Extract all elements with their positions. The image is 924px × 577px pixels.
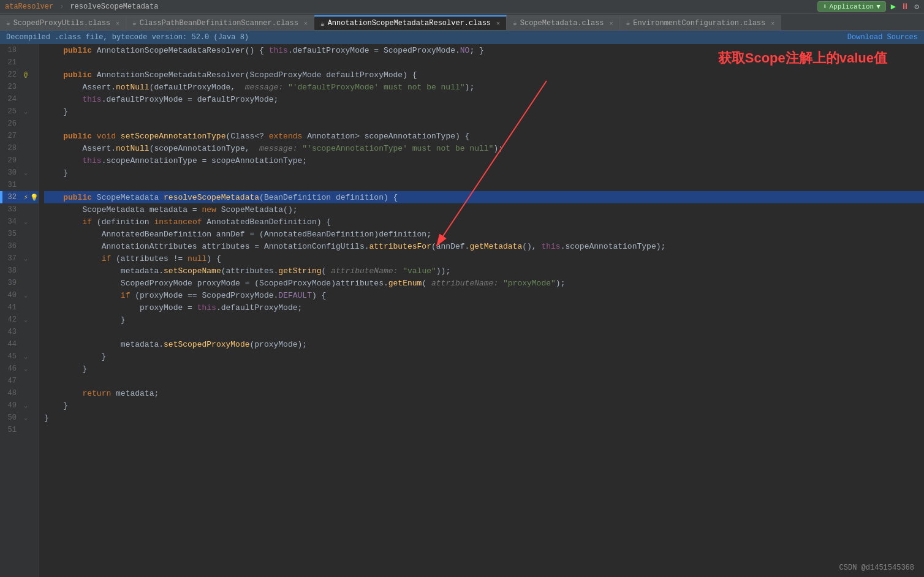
stop-button[interactable]: ⏸: [901, 2, 909, 12]
code-line-26: [44, 118, 924, 130]
code-line-37: if (attributes != null) {: [44, 252, 924, 265]
title-sep: ›: [59, 2, 64, 11]
decompile-info: Decompiled .class file, bytecode version…: [6, 33, 249, 42]
code-line-34: if (definition instanceof AnnotatedBeanD…: [44, 216, 924, 228]
code-line-40: if (proxyMode == ScopedProxyMode.DEFAULT…: [44, 289, 924, 301]
app-dropdown-arrow: ▼: [876, 3, 880, 10]
code-editor[interactable]: public AnnotationScopeMetadataResolver()…: [39, 44, 924, 577]
gutter-row-26: 26: [0, 118, 39, 130]
tab-close-3[interactable]: ✕: [496, 20, 500, 27]
tab-label-5: EnvironmentConfiguration.class: [633, 19, 765, 28]
gutter-row-22: 22 @: [0, 69, 39, 81]
tab-scope-metadata[interactable]: ☕ ScopeMetadata.class ✕: [507, 15, 619, 30]
gutter-row-31: 31: [0, 179, 39, 191]
tab-icon-5: ☕: [626, 19, 631, 27]
tab-label-4: ScopeMetadata.class: [520, 19, 604, 28]
tab-icon-3: ☕: [320, 20, 325, 28]
gutter-row-24: 24: [0, 93, 39, 105]
code-line-32: public ScopeMetadata resolveScopeMetadat…: [44, 191, 924, 203]
gutter-row-50: 50 ⌄: [0, 412, 39, 424]
app-dropdown-icon: ⬇: [823, 2, 827, 10]
editor: 18 21 22 @ 23 24 25 ⌄ 26 27: [0, 44, 924, 577]
download-sources-link[interactable]: Download Sources: [847, 33, 918, 42]
code-line-39: ScopedProxyMode proxyMode = (ScopedProxy…: [44, 277, 924, 289]
title-right: ⬇ Application ▼ ▶ ⏸ ⚙: [817, 1, 919, 12]
gutter-row-45: 45 ⌄: [0, 350, 39, 363]
tab-label-2: ClassPathBeanDefinitionScanner.class: [140, 19, 298, 28]
gutter-row-44: 44: [0, 338, 39, 350]
code-line-22: public AnnotationScopeMetadataResolver(S…: [44, 69, 924, 81]
code-line-38: metadata.setScopeName(attributes.getStri…: [44, 265, 924, 277]
code-line-23: Assert.notNull(defaultProxyMode, message…: [44, 81, 924, 93]
chinese-annotation-text: 获取Scope注解上的value值: [718, 49, 887, 67]
tab-annotation-scope-resolver[interactable]: ☕ AnnotationScopeMetadataResolver.class …: [314, 15, 507, 30]
code-line-41: proxyMode = this.defaultProxyMode;: [44, 301, 924, 314]
code-line-49: }: [44, 399, 924, 412]
gutter-row-42: 42 ⌄: [0, 314, 39, 326]
gutter-row-34: 34 ⌄: [0, 216, 39, 228]
tab-env-config[interactable]: ☕ EnvironmentConfiguration.class ✕: [620, 15, 782, 30]
line-gutter: 18 21 22 @ 23 24 25 ⌄ 26 27: [0, 44, 39, 577]
run-button[interactable]: ▶: [891, 1, 896, 12]
code-line-45: }: [44, 350, 924, 363]
code-line-31: [44, 179, 924, 191]
watermark: CSDN @d1451545368: [839, 564, 914, 572]
tab-icon-1: ☕: [6, 19, 10, 27]
code-line-33: ScopeMetadata metadata = new ScopeMetada…: [44, 203, 924, 216]
gutter-row-43: 43: [0, 326, 39, 338]
code-line-27: public void setScopeAnnotationType(Class…: [44, 130, 924, 142]
tab-bar: ☕ ScopedProxyUtils.class ✕ ☕ ClassPathBe…: [0, 13, 924, 31]
project-name: ataResolver: [5, 2, 53, 11]
code-line-28: Assert.notNull(scopeAnnotationType, mess…: [44, 142, 924, 154]
code-line-51: [44, 424, 924, 436]
tab-icon-4: ☕: [513, 19, 517, 27]
gutter-row-47: 47: [0, 375, 39, 387]
tab-close-4[interactable]: ✕: [610, 20, 613, 27]
info-bar: Decompiled .class file, bytecode version…: [0, 31, 924, 44]
code-line-44: metadata.setScopedProxyMode(proxyMode);: [44, 338, 924, 350]
app-label: Application: [830, 3, 874, 10]
gutter-row-21: 21: [0, 56, 39, 69]
code-line-24: this.defaultProxyMode = defaultProxyMode…: [44, 93, 924, 105]
gutter-row-18: 18: [0, 44, 39, 56]
tab-label-3: AnnotationScopeMetadataResolver.class: [328, 19, 491, 28]
code-line-25: }: [44, 105, 924, 118]
gutter-row-29: 29: [0, 154, 39, 167]
gutter-row-37: 37 ⌄: [0, 252, 39, 265]
gutter-row-36: 36: [0, 240, 39, 252]
gutter-row-38: 38: [0, 265, 39, 277]
code-line-46: }: [44, 363, 924, 375]
gutter-row-33: 33: [0, 203, 39, 216]
gutter-row-23: 23: [0, 81, 39, 93]
gutter-row-39: 39: [0, 277, 39, 289]
code-line-35: AnnotatedBeanDefinition annDef = (Annota…: [44, 228, 924, 240]
gear-button[interactable]: ⚙: [914, 2, 919, 12]
gutter-row-32: 32 ⚡ 💡: [0, 191, 39, 203]
code-line-47: [44, 375, 924, 387]
gutter-row-51: 51: [0, 424, 39, 436]
tab-scoped-proxy-utils[interactable]: ☕ ScopedProxyUtils.class ✕: [0, 15, 126, 30]
code-line-48: return metadata;: [44, 387, 924, 399]
title-bar: ataResolver › resolveScopeMetadata ⬇ App…: [0, 0, 924, 13]
gutter-row-35: 35: [0, 228, 39, 240]
gutter-row-27: 27: [0, 130, 39, 142]
code-line-30: }: [44, 167, 924, 179]
file-name: resolveScopeMetadata: [70, 2, 158, 11]
gutter-row-25: 25 ⌄: [0, 105, 39, 118]
application-button[interactable]: ⬇ Application ▼: [817, 1, 886, 12]
title-left: ataResolver › resolveScopeMetadata: [5, 2, 158, 11]
code-line-42: }: [44, 314, 924, 326]
tab-close-5[interactable]: ✕: [771, 20, 774, 27]
tab-close-1[interactable]: ✕: [116, 20, 119, 27]
tab-classpath-scanner[interactable]: ☕ ClassPathBeanDefinitionScanner.class ✕: [126, 15, 314, 30]
gutter-row-41: 41: [0, 301, 39, 314]
code-line-36: AnnotationAttributes attributes = Annota…: [44, 240, 924, 252]
tab-icon-2: ☕: [132, 19, 137, 27]
code-line-50: }: [44, 412, 924, 424]
gutter-row-46: 46 ⌄: [0, 363, 39, 375]
code-line-29: this.scopeAnnotationType = scopeAnnotati…: [44, 154, 924, 167]
gutter-row-49: 49 ⌄: [0, 399, 39, 412]
gutter-row-28: 28: [0, 142, 39, 154]
tab-close-2[interactable]: ✕: [304, 20, 308, 27]
gutter-row-30: 30 ⌄: [0, 167, 39, 179]
